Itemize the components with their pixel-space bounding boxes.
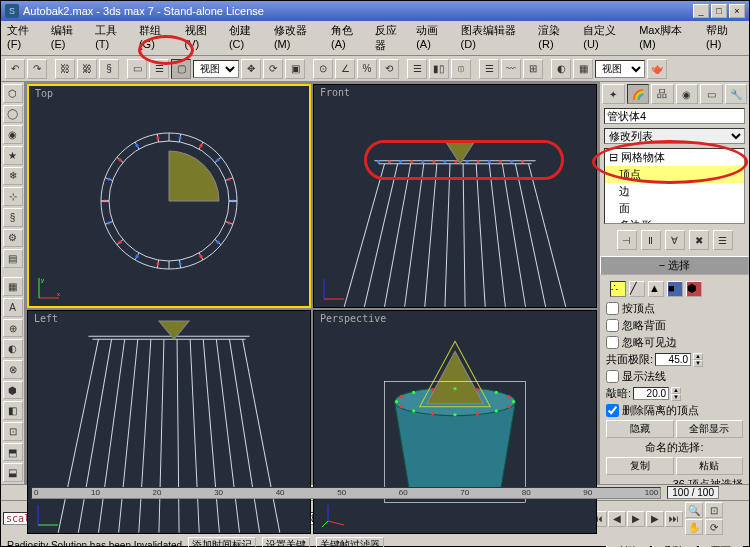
schematic-button[interactable]: ⊞ [523, 59, 543, 79]
goto-end-icon[interactable]: ⏭ [665, 511, 683, 527]
tab-rendering-icon[interactable]: ▦ [3, 277, 23, 296]
modifier-list-select[interactable]: 修改列表 [604, 128, 745, 144]
mirror-button[interactable]: ▮▯ [429, 59, 449, 79]
percent-snap-toggle[interactable]: % [357, 59, 377, 79]
subobj-face-button[interactable]: ▲ [648, 281, 664, 297]
spinner-snap-toggle[interactable]: ⟲ [379, 59, 399, 79]
menu-animation[interactable]: 动画(A) [416, 23, 452, 53]
normal-scale-input[interactable] [633, 387, 669, 400]
maximize-button[interactable]: □ [711, 4, 727, 18]
tab-modeling-icon[interactable]: ▤ [3, 249, 23, 268]
render-scene-button[interactable]: ▦ [573, 59, 593, 79]
tab-lights-icon[interactable]: ★ [3, 146, 23, 165]
arc-rotate-icon[interactable]: ⟳ [705, 519, 723, 535]
menu-character[interactable]: 角色(A) [331, 23, 367, 53]
quick-render-button[interactable]: 🫖 [647, 59, 667, 79]
stack-face[interactable]: 面 [605, 200, 744, 217]
remove-mod-icon[interactable]: ✖ [689, 230, 709, 250]
views-select[interactable]: 视图 [193, 60, 239, 78]
zoom-icon[interactable]: 🔍 [685, 502, 703, 518]
unlink-button[interactable]: ⛓̸ [77, 59, 97, 79]
named-sel-button[interactable]: ☰ [407, 59, 427, 79]
subobj-poly-button[interactable]: ■ [667, 281, 683, 297]
delete-iso-check[interactable] [606, 404, 619, 417]
planar-thresh-input[interactable] [655, 353, 691, 366]
material-editor-button[interactable]: ◐ [551, 59, 571, 79]
create-tab-icon[interactable]: ✦ [602, 84, 625, 104]
menu-reactor[interactable]: 反应器 [375, 23, 408, 53]
stack-mesh[interactable]: ⊟ 网格物体 [605, 149, 744, 166]
stack-edge[interactable]: 边 [605, 183, 744, 200]
menu-views[interactable]: 视图(V) [185, 23, 221, 53]
curve-editor-button[interactable]: 〰 [501, 59, 521, 79]
by-vertex-check[interactable] [606, 302, 619, 315]
redo-button[interactable]: ↷ [27, 59, 47, 79]
utilities-tab-icon[interactable]: 🔧 [725, 84, 748, 104]
zoom-all-icon[interactable]: ⊡ [705, 502, 723, 518]
bind-spacewarp-button[interactable]: § [99, 59, 119, 79]
tab-h-icon[interactable]: ⬒ [3, 443, 23, 462]
tab-shapes-icon[interactable]: ◯ [3, 105, 23, 124]
tab-space-icon[interactable]: § [3, 208, 23, 227]
link-button[interactable]: ⛓ [55, 59, 75, 79]
menu-group[interactable]: 群组(G) [139, 23, 177, 53]
spinner-up-icon[interactable]: ▲ [693, 353, 703, 360]
subobj-vertex-button[interactable]: ∴ [610, 281, 626, 297]
viewport-perspective[interactable]: Perspective [313, 310, 597, 534]
modify-tab-icon[interactable]: 🌈 [627, 84, 650, 104]
tab-c-icon[interactable]: ◐ [3, 339, 23, 358]
menu-grapheditors[interactable]: 图表编辑器(D) [461, 23, 531, 53]
rollout-selection[interactable]: − 选择 [600, 256, 749, 275]
tab-g-icon[interactable]: ⊡ [3, 422, 23, 441]
hierarchy-tab-icon[interactable]: 品 [651, 84, 674, 104]
next-frame-icon[interactable]: ▶ [646, 511, 664, 527]
time-slider[interactable]: 0102030405060708090100 100 / 100 [1, 484, 749, 500]
menu-modifiers[interactable]: 修改器(M) [274, 23, 323, 53]
display-tab-icon[interactable]: ▭ [700, 84, 723, 104]
show-end-icon[interactable]: Ⅱ [641, 230, 661, 250]
subobj-edge-button[interactable]: ╱ [629, 281, 645, 297]
menu-create[interactable]: 创建(C) [229, 23, 266, 53]
ignore-backfacing-check[interactable] [606, 319, 619, 332]
modifier-stack[interactable]: ⊟ 网格物体 顶点 边 面 多边形 元素 [604, 148, 745, 224]
menu-customize[interactable]: 自定义(U) [583, 23, 631, 53]
play-icon[interactable]: ▶ [627, 511, 645, 527]
menu-maxscript[interactable]: Max脚本(M) [639, 23, 698, 53]
select-name-button[interactable]: ☰ [149, 59, 169, 79]
tab-e-icon[interactable]: ⬢ [3, 381, 23, 400]
subobj-element-button[interactable]: ⬢ [686, 281, 702, 297]
prev-frame-icon[interactable]: ◀ [608, 511, 626, 527]
paste-button[interactable]: 粘贴 [676, 457, 744, 475]
ignore-visible-check[interactable] [606, 336, 619, 349]
tab-i-icon[interactable]: ⬓ [3, 463, 23, 482]
pan-icon[interactable]: ✋ [685, 519, 703, 535]
stack-vertex[interactable]: 顶点 [605, 166, 744, 183]
menu-rendering[interactable]: 渲染(R) [538, 23, 575, 53]
tab-modifiers-icon[interactable]: ⚙ [3, 229, 23, 248]
spinner-down-icon[interactable]: ▼ [693, 360, 703, 367]
select-button[interactable]: ▭ [127, 59, 147, 79]
unhideall-button[interactable]: 全部显示 [676, 420, 744, 438]
menu-file[interactable]: 文件(F) [7, 23, 43, 53]
tab-compounds-icon[interactable]: ◉ [3, 125, 23, 144]
tab-a-icon[interactable]: A [3, 298, 23, 317]
object-name-input[interactable] [604, 108, 745, 124]
addtime-button[interactable]: 添加时间标记 [188, 537, 256, 547]
unique-icon[interactable]: ∀ [665, 230, 685, 250]
keyfilter-button[interactable]: 关键帧过滤器 [316, 537, 384, 547]
menu-tools[interactable]: 工具(T) [95, 23, 131, 53]
select-region-button[interactable]: ▢ [171, 59, 191, 79]
menu-edit[interactable]: 编辑(E) [51, 23, 87, 53]
close-button[interactable]: × [729, 4, 745, 18]
layers-button[interactable]: ☰ [479, 59, 499, 79]
tab-f-icon[interactable]: ◧ [3, 401, 23, 420]
minimize-button[interactable]: _ [693, 4, 709, 18]
show-normals-check[interactable] [606, 370, 619, 383]
stack-poly[interactable]: 多边形 [605, 217, 744, 224]
align-button[interactable]: ⎅ [451, 59, 471, 79]
tab-particles-icon[interactable]: ❄ [3, 167, 23, 186]
motion-tab-icon[interactable]: ◉ [676, 84, 699, 104]
tab-helpers-icon[interactable]: ⊹ [3, 187, 23, 206]
viewport-left[interactable]: Left [27, 310, 311, 534]
select-move-button[interactable]: ✥ [241, 59, 261, 79]
